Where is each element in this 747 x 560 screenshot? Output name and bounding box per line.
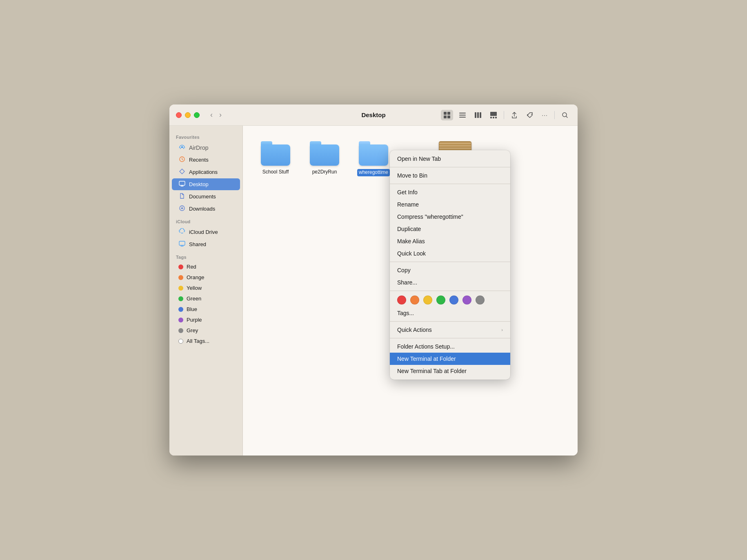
ctx-dot-yellow[interactable] (423, 296, 432, 304)
tag-blue-label: Blue (187, 306, 197, 312)
sidebar-item-tag-purple[interactable]: Purple (172, 315, 240, 325)
icloud-label: iCloud (169, 215, 242, 226)
sidebar-item-documents-label: Documents (189, 193, 216, 200)
file-item-pe2dryrun[interactable]: pe2DryRun (304, 138, 345, 184)
color-dots-row (390, 293, 510, 307)
svg-rect-3 (447, 116, 450, 118)
sidebar-item-downloads[interactable]: Downloads (172, 203, 240, 215)
folder-icon-pe2dryrun (310, 141, 339, 166)
sidebar: Favourites AirDrop (169, 126, 243, 456)
ctx-dot-grey[interactable] (476, 296, 485, 304)
ctx-dot-blue[interactable] (449, 296, 458, 304)
svg-point-14 (531, 114, 532, 115)
tag-orange-label: Orange (187, 274, 204, 280)
view-columns-button[interactable] (472, 110, 484, 120)
green-dot-icon (178, 296, 183, 301)
ctx-copy[interactable]: Copy (390, 264, 510, 276)
svg-rect-7 (475, 112, 476, 118)
all-tags-icon (178, 339, 183, 344)
tag-purple-label: Purple (187, 317, 202, 323)
sidebar-item-recents-label: Recents (189, 157, 209, 163)
sidebar-item-applications[interactable]: Applications (172, 166, 240, 178)
svg-rect-1 (447, 112, 450, 115)
view-gallery-button[interactable] (487, 110, 500, 120)
svg-rect-9 (480, 112, 481, 118)
sidebar-item-tag-orange[interactable]: Orange (172, 272, 240, 282)
titlebar: ‹ › Desktop (169, 104, 578, 126)
svg-rect-10 (490, 112, 497, 116)
ctx-quick-look[interactable]: Quick Look (390, 247, 510, 260)
tag-grey-label: Grey (187, 327, 198, 333)
tags-label: Tags (169, 251, 242, 261)
sidebar-item-icloud-drive[interactable]: iCloud Drive (172, 226, 240, 238)
view-grid-button[interactable] (441, 110, 453, 120)
forward-button[interactable]: › (217, 110, 224, 120)
svg-rect-5 (459, 115, 466, 116)
ctx-sep-5 (390, 321, 510, 322)
view-list-button[interactable] (456, 110, 469, 120)
window-title: Desktop (361, 111, 385, 118)
recents-icon (178, 156, 186, 164)
close-button[interactable] (176, 112, 182, 118)
ctx-tags[interactable]: Tags... (390, 307, 510, 319)
ctx-new-terminal[interactable]: New Terminal at Folder (390, 353, 510, 365)
sidebar-item-shared[interactable]: Shared (172, 238, 240, 250)
sidebar-item-desktop[interactable]: Desktop (172, 178, 240, 190)
ctx-new-terminal-tab[interactable]: New Terminal Tab at Folder (390, 365, 510, 377)
ctx-compress[interactable]: Compress "wheregottime" (390, 211, 510, 223)
ctx-duplicate[interactable]: Duplicate (390, 223, 510, 235)
sidebar-item-tag-yellow[interactable]: Yellow (172, 283, 240, 293)
file-item-wheregottime[interactable]: wheregottime (353, 138, 394, 184)
folder-icon-school-stuff (261, 141, 290, 166)
nav-buttons: ‹ › (208, 110, 224, 120)
documents-icon (178, 193, 186, 200)
tag-red-label: Red (187, 264, 196, 270)
sidebar-item-shared-label: Shared (189, 241, 206, 247)
minimize-button[interactable] (185, 112, 191, 118)
quick-actions-arrow-icon: › (501, 327, 503, 332)
ctx-dot-red[interactable] (397, 296, 406, 304)
back-button[interactable]: ‹ (208, 110, 215, 120)
ctx-sep-1 (390, 167, 510, 167)
content-area: School Stuff pe2DryRun where (243, 126, 578, 456)
shared-icon (178, 240, 186, 248)
file-item-school-stuff[interactable]: School Stuff (255, 138, 296, 184)
sidebar-item-tag-red[interactable]: Red (172, 262, 240, 272)
sidebar-item-desktop-label: Desktop (189, 181, 209, 187)
sidebar-item-tag-blue[interactable]: Blue (172, 304, 240, 314)
svg-rect-13 (495, 117, 497, 118)
share-button[interactable] (508, 110, 520, 120)
ctx-open-new-tab[interactable]: Open in New Tab (390, 153, 510, 165)
svg-rect-19 (179, 241, 185, 245)
maximize-button[interactable] (194, 112, 200, 118)
ctx-dot-purple[interactable] (462, 296, 471, 304)
traffic-lights (176, 112, 200, 118)
orange-dot-icon (178, 275, 183, 280)
ctx-folder-actions[interactable]: Folder Actions Setup... (390, 340, 510, 353)
airdrop-icon (178, 144, 186, 151)
more-button[interactable]: ··· (539, 110, 550, 120)
sidebar-item-airdrop-label: AirDrop (189, 144, 196, 151)
finder-window: ‹ › Desktop (169, 104, 578, 456)
svg-rect-17 (179, 181, 185, 185)
sidebar-item-tag-green[interactable]: Green (172, 293, 240, 304)
ctx-dot-orange[interactable] (410, 296, 419, 304)
ctx-dot-green[interactable] (436, 296, 445, 304)
sidebar-item-documents[interactable]: Documents (172, 191, 240, 202)
sidebar-item-recents[interactable]: Recents (172, 154, 240, 166)
sidebar-item-airdrop[interactable]: AirDrop (172, 142, 240, 153)
ctx-share[interactable]: Share... (390, 276, 510, 289)
grey-dot-icon (178, 328, 183, 333)
sidebar-item-applications-label: Applications (189, 169, 218, 175)
ctx-make-alias[interactable]: Make Alias (390, 235, 510, 247)
sidebar-item-tag-grey[interactable]: Grey (172, 325, 240, 336)
ctx-quick-actions[interactable]: Quick Actions › (390, 324, 510, 336)
ctx-move-to-bin[interactable]: Move to Bin (390, 169, 510, 182)
tag-button[interactable] (524, 110, 536, 120)
toolbar-divider-1 (504, 111, 504, 119)
search-button[interactable] (559, 110, 571, 120)
ctx-get-info[interactable]: Get Info (390, 186, 510, 198)
ctx-rename[interactable]: Rename (390, 198, 510, 211)
sidebar-item-all-tags[interactable]: All Tags... (172, 336, 240, 346)
desktop-icon (178, 180, 186, 188)
